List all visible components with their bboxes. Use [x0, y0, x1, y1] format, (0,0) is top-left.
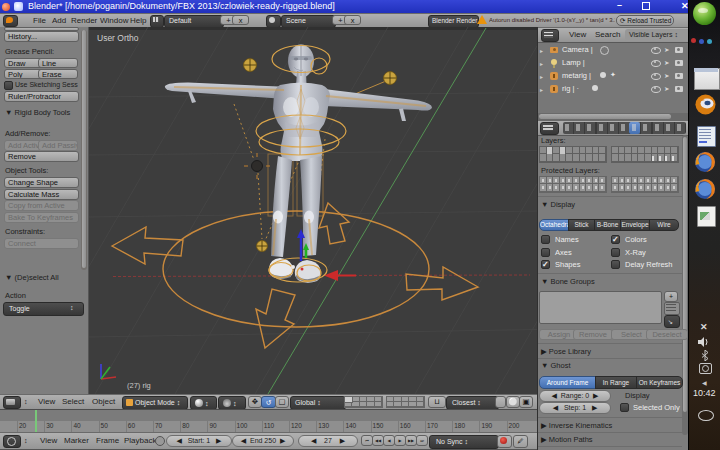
svg-text:User Ortho: User Ortho — [97, 33, 139, 43]
svg-text:(27) rig: (27) rig — [127, 381, 151, 390]
